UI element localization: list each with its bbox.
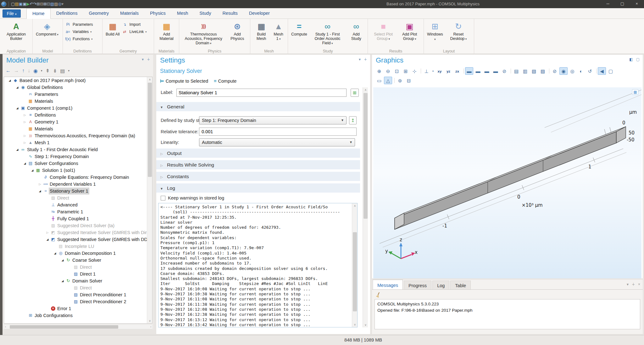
tree-item[interactable]: ◢ ↻ Domain Solver [4,277,152,284]
qat-caret[interactable]: ▾ [62,2,64,6]
fit-window-icon[interactable]: ⊹ [410,67,419,75]
tree-item[interactable]: ◢ ↻ Coarse Solver [4,257,152,264]
reset-desktop-button[interactable]: ↻ Reset Desktop [445,20,472,48]
ribbon-tab[interactable]: Results [217,8,243,19]
add-material-button[interactable]: ▦ Add Material [156,20,177,48]
view-xy-icon[interactable]: xy [436,67,444,75]
image-export-icon[interactable]: ▥ [521,67,529,75]
messages-tab[interactable]: Table [450,281,471,289]
tree-item[interactable]: ◢ ◩ Suggested Iterative Solver (GMRES wi… [4,236,152,243]
select-box-icon[interactable]: ▧ [530,67,538,75]
view-context-icon[interactable]: ▦ [632,89,638,95]
expand-all-icon[interactable]: ⇟ [53,68,57,74]
application-builder-button[interactable]: A Application Builder [2,20,31,48]
show-icon[interactable]: ◉ [33,68,38,74]
panel-menu-icon[interactable]: ▾ [627,282,629,287]
compute-button-settings[interactable]: =Compute [214,79,236,84]
view-visible-icon[interactable]: ◉ [559,67,568,75]
view-orientation-caret[interactable]: ▾ [431,67,435,75]
tree-vertical-scrollbar[interactable]: ∧ ∨ [147,77,152,323]
ribbon-tab[interactable]: Home [26,8,51,19]
undo-icon[interactable]: ↶ [30,2,33,6]
clear-messages-icon[interactable] [376,292,380,297]
tree-item[interactable]: ▷ ≡ Definitions [4,112,152,118]
tree-item[interactable]: ▤ Incomplete LU [4,243,152,250]
print-icon[interactable]: ⊟ [405,77,413,84]
section-general[interactable]: ▼General [156,102,360,111]
defined-by-study-step-select[interactable]: Step 1: Frequency Domain▼ [199,116,347,124]
reset-hiding-icon[interactable]: ↺ [586,67,594,75]
add-plot-group-button[interactable]: ▣ Add Plot Group [397,20,422,48]
component-button[interactable]: ◈ Component [35,20,60,48]
new-file-icon[interactable]: ▢ [11,2,15,6]
messages-tab[interactable]: Progress [404,281,431,289]
scroll-down-icon[interactable]: ∨ [363,322,368,327]
zoom-in-icon[interactable]: ⊕ [375,67,383,75]
tree-item[interactable]: ◢ ▣ Component 1 (comp1) [4,105,152,112]
scroll-up-icon[interactable]: ∧ [363,87,368,92]
redo-icon[interactable]: ↷ [33,2,36,6]
paste-icon[interactable]: ⊟ [40,2,43,6]
compute-to-selected-button[interactable]: ⊨Compute to Selected [160,79,208,84]
scrollbar-thumb[interactable] [353,232,357,311]
tree-item[interactable]: ⊥ Advanced [4,201,152,208]
tree-item[interactable]: ▷ ▲ Mesh 1 [4,139,152,146]
close-icon[interactable]: × [638,282,640,287]
ribbon-tab[interactable]: Geometry [83,8,114,19]
parameters-button[interactable]: PiParameters [65,21,93,28]
save-as-icon[interactable]: ▣ [23,2,26,6]
section-log[interactable]: ▼Log [156,183,360,193]
node-text-icon[interactable]: ▤ [60,68,65,74]
graphics-canvas[interactable]: μm050-5010×10³ μm-1zyx ▦ [373,87,641,278]
build-mesh-button[interactable]: ▦ Build Mesh [252,20,270,48]
tree-item[interactable]: ◢ ≈ Stationary Solver 1 [4,188,152,194]
pin-icon[interactable]: ∔ [147,57,150,62]
run-icon[interactable]: ▶ [26,2,30,6]
transparency-icon[interactable]: ▢ [607,67,615,75]
move-up-icon[interactable]: ↑ [22,68,25,74]
messages-tab[interactable]: Messages [373,280,403,289]
study-1-button[interactable]: ∞ Study 1 - First Order Acoustic Field [309,20,346,48]
show-caret[interactable]: ▾ [41,69,42,72]
tree-item[interactable]: ▨ Suggested Direct Solver (ta) [4,222,152,229]
section-constants[interactable]: ▷Constants [156,172,360,181]
tree-item[interactable]: ◢ ◎ Domain Decomposition 1 [4,250,152,257]
tree-item[interactable]: ▨ Direct Preconditioner 1 [4,291,152,298]
float-panel-icon[interactable]: ▢ [636,57,640,62]
move-down-icon[interactable]: ↓ [28,68,30,74]
zoom-box-icon[interactable]: ⊡ [393,67,401,75]
tree-item[interactable]: ▨ Direct [4,284,152,291]
wireframe-icon[interactable]: ▭ [375,77,383,84]
collapse-all-icon[interactable]: ⇞ [46,68,50,74]
ribbon-tab[interactable]: Physics [144,8,171,19]
tree-item[interactable]: ▨ Direct 1 [4,271,152,277]
minimize-button[interactable]: ─ [601,0,615,8]
scene-light-icon[interactable]: ▬ [465,67,473,75]
copy-icon[interactable]: ⊞ [36,2,40,6]
import-button[interactable]: ↴Import [121,21,147,28]
duplicate-icon[interactable]: ⊠ [43,2,47,6]
search-icon[interactable]: ◎ [58,2,61,6]
back-icon[interactable]: ← [6,68,11,74]
go-to-source-button[interactable]: ↥ [349,116,357,124]
ribbon-tab[interactable]: Materials [114,8,144,19]
tree-item[interactable]: ✕ Error 1 [4,305,152,312]
clear-icon[interactable]: ▨ [54,2,58,6]
pin-icon[interactable]: ∔ [632,282,635,287]
tree-item[interactable]: ◢ ▩ Solution 1 (sol1) [4,167,152,174]
floor-shadow-icon[interactable]: ▬ [483,67,491,75]
save-icon[interactable]: ▣ [19,2,23,6]
panel-menu-icon[interactable]: ▾ [142,57,144,62]
settings-scrollbar[interactable]: ∧ ∨ [363,87,368,327]
select-icon[interactable]: ▧ [50,2,54,6]
livelink-button[interactable]: ⇄LiveLink [121,29,147,35]
sound-icon[interactable]: ◀ [598,67,606,75]
node-text-caret[interactable]: ▾ [68,69,69,72]
build-all-button[interactable]: ▦ Build All [104,20,121,48]
section-output[interactable]: ▷Output [156,148,360,158]
clear-selection-icon[interactable]: ▨ [539,67,547,75]
open-file-icon[interactable]: ▤ [15,2,19,6]
ribbon-tab[interactable]: Study [194,8,217,19]
close-button[interactable]: × [630,0,644,8]
scroll-down-icon[interactable]: ∨ [352,322,358,327]
